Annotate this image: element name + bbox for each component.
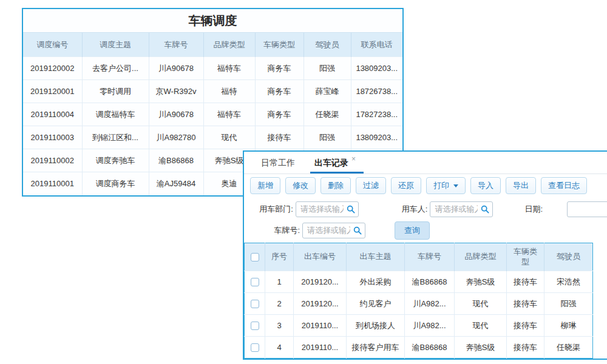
- cell-link[interactable]: 任晓渠: [544, 337, 593, 359]
- tab-label: 日常工作: [261, 158, 295, 167]
- cell-link[interactable]: 2019110...: [294, 337, 347, 359]
- tab-close-icon[interactable]: ×: [351, 155, 356, 163]
- cell-link[interactable]: 2019110004: [23, 103, 82, 126]
- column-header: 驾驶员: [544, 243, 593, 271]
- search-icon[interactable]: [481, 205, 489, 214]
- query-button[interactable]: 查询: [395, 221, 430, 240]
- tab-daily-work[interactable]: 日常工作: [259, 152, 297, 174]
- import-button[interactable]: 导入: [470, 177, 501, 194]
- row-select-cell: [245, 315, 265, 337]
- cell-link[interactable]: 渝B86868: [149, 149, 203, 172]
- column-header: 联系电话: [351, 33, 402, 57]
- cell-link[interactable]: 渝AJ59484: [149, 172, 203, 195]
- cell-link[interactable]: 到机场接人: [347, 315, 405, 337]
- dept-input-wrap: [296, 201, 359, 217]
- table-row[interactable]: 42019110...接待客户用车渝B86868奔驰S级接待车任晓渠: [245, 337, 593, 359]
- view-log-button[interactable]: 查看日志: [541, 177, 587, 194]
- column-header: 车牌号: [405, 243, 455, 271]
- cell-link[interactable]: 任晓渠: [304, 103, 351, 126]
- delete-button[interactable]: 删除: [320, 177, 351, 194]
- tab-trip-records[interactable]: 出车记录×: [313, 152, 358, 174]
- search-icon[interactable]: [347, 205, 355, 214]
- row-checkbox[interactable]: [251, 322, 259, 330]
- table-row[interactable]: 2019110003到锦江区和...川A982780现代接待车阳强1380920…: [23, 126, 402, 149]
- column-header: 出车编号: [294, 243, 347, 271]
- cell-link[interactable]: 柳琳: [544, 315, 593, 337]
- row-checkbox[interactable]: [251, 343, 259, 352]
- column-header: 品牌类型: [455, 243, 507, 271]
- cell-link[interactable]: 阳强: [544, 293, 593, 315]
- date-input[interactable]: [567, 201, 607, 217]
- print-button[interactable]: 打印: [426, 177, 466, 194]
- cell: 奔驰S级: [455, 271, 507, 293]
- dept-label: 用车部门:: [254, 204, 293, 215]
- cell-link[interactable]: 渝B86868: [405, 271, 455, 293]
- button-label: 查看日志: [548, 181, 580, 190]
- column-header: 品牌类型: [203, 33, 255, 57]
- cell-link[interactable]: 约见客户: [347, 293, 405, 315]
- table-row[interactable]: 2019120002去客户公司...川A90678福特车商务车阳强1380920…: [23, 57, 402, 80]
- search-icon[interactable]: [353, 226, 362, 235]
- trip-header-row: 序号出车编号出车主题车牌号品牌类型车辆类型驾驶员: [245, 243, 593, 271]
- table-row[interactable]: 32019110...到机场接人川A982...现代接待车柳琳: [245, 315, 593, 337]
- export-button[interactable]: 导出: [506, 177, 536, 194]
- cell-link[interactable]: 京W-R392v: [149, 80, 203, 103]
- cell: 接待车: [507, 337, 544, 359]
- cell: 福特: [203, 80, 255, 103]
- trip-records-panel: 日常工作出车记录× 新增修改删除过滤还原打印导入导出查看日志 用车部门: 用车人…: [243, 150, 607, 360]
- cell: 1: [265, 271, 294, 293]
- cell-link[interactable]: 阳强: [304, 126, 351, 149]
- select-all-checkbox[interactable]: [251, 253, 259, 261]
- cell-link[interactable]: 2019110002: [23, 149, 82, 172]
- user-label: 用车人:: [398, 204, 428, 215]
- cell-link[interactable]: 零时调用: [82, 80, 149, 103]
- cell-link[interactable]: 外出采购: [347, 271, 405, 293]
- cell-link[interactable]: 到锦江区和...: [82, 126, 149, 149]
- column-header: 驾驶员: [304, 33, 351, 57]
- cell-link[interactable]: 渝B86868: [405, 337, 455, 359]
- cell-link[interactable]: 川A90678: [149, 57, 203, 80]
- row-checkbox[interactable]: [251, 300, 259, 308]
- cell-link[interactable]: 2019110003: [23, 126, 82, 149]
- cell-link[interactable]: 去客户公司...: [82, 57, 149, 80]
- table-row[interactable]: 12019120...外出采购渝B86868奔驰S级接待车宋浩然: [245, 271, 593, 293]
- cell-link[interactable]: 2019120001: [23, 80, 82, 103]
- table-row[interactable]: 2019120001零时调用京W-R392v福特商务车薛宝峰18726738..…: [23, 80, 402, 103]
- table-row[interactable]: 2019110004调度福特车川A90678福特车商务车任晓渠17827238.…: [23, 103, 402, 126]
- dropdown-caret-icon: [453, 184, 458, 187]
- edit-button[interactable]: 修改: [285, 177, 316, 194]
- row-checkbox[interactable]: [251, 278, 259, 286]
- cell-link[interactable]: 川A982...: [405, 315, 455, 337]
- cell-link[interactable]: 2019120...: [294, 271, 347, 293]
- cell-link[interactable]: 薛宝峰: [304, 80, 351, 103]
- cell-link[interactable]: 调度福特车: [82, 103, 149, 126]
- column-header: 序号: [265, 243, 294, 271]
- cell-link[interactable]: 调度商务车: [82, 172, 149, 195]
- cell: 3: [265, 315, 294, 337]
- cell-link[interactable]: 川A982780: [149, 126, 203, 149]
- cell: 福特车: [203, 103, 255, 126]
- cell-link[interactable]: 川A90678: [149, 103, 203, 126]
- cell: 13809203...: [351, 126, 402, 149]
- plate-label: 车牌号:: [254, 225, 300, 236]
- user-input-wrap: [430, 201, 493, 217]
- cell-link[interactable]: 川A982...: [405, 293, 455, 315]
- cell-link[interactable]: 2019110001: [23, 172, 82, 195]
- filter-button[interactable]: 过滤: [356, 177, 386, 194]
- column-header: 车牌号: [149, 33, 203, 57]
- table-row[interactable]: 22019120...约见客户川A982...现代接待车阳强: [245, 293, 593, 315]
- cell-link[interactable]: 宋浩然: [544, 271, 593, 293]
- cell-link[interactable]: 2019120002: [23, 57, 82, 80]
- cell-link[interactable]: 调度奔驰车: [82, 149, 149, 172]
- restore-button[interactable]: 还原: [391, 177, 421, 194]
- button-label: 删除: [328, 181, 344, 190]
- cell-link[interactable]: 2019110...: [294, 315, 347, 337]
- cell-link[interactable]: 2019120...: [294, 293, 347, 315]
- tab-bar: 日常工作出车记录×: [244, 152, 607, 174]
- column-header: 车辆类型: [255, 33, 304, 57]
- cell-link[interactable]: 阳强: [304, 57, 351, 80]
- select-all-header[interactable]: [245, 243, 265, 271]
- add-button[interactable]: 新增: [250, 177, 280, 194]
- button-label: 导入: [478, 181, 493, 190]
- cell-link[interactable]: 接待客户用车: [347, 337, 405, 359]
